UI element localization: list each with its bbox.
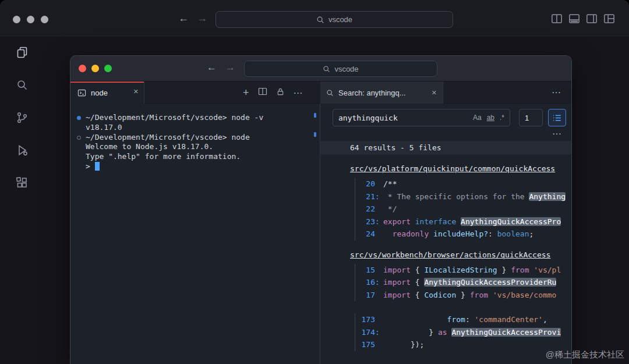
terminal-text: > bbox=[86, 162, 95, 171]
code-text: import { ILocalizedString } from 'vs/pl bbox=[383, 264, 571, 277]
result-file-path[interactable]: src/vs/workbench/browser/actions/quickAc… bbox=[350, 250, 571, 259]
terminal-text: ~/Development/Microsoft/vscode> node bbox=[86, 133, 250, 142]
sidebar-item-explorer[interactable] bbox=[0, 36, 44, 69]
new-terminal-icon[interactable]: + bbox=[243, 87, 249, 98]
terminal-text: Type ".help" for more information. bbox=[86, 152, 241, 161]
result-line[interactable]: 15import { ILocalizedString } from 'vs/p… bbox=[355, 264, 571, 277]
command-center-search[interactable]: vscode bbox=[244, 61, 437, 77]
line-number: 174 bbox=[355, 326, 375, 339]
result-line[interactable]: 16:import { AnythingQuickAccessProviderR… bbox=[355, 276, 571, 289]
layout-controls bbox=[551, 13, 615, 24]
toggle-secondary-sidebar-icon[interactable] bbox=[586, 13, 598, 24]
search-icon bbox=[15, 78, 29, 92]
result-line[interactable]: 174: } as AnythingQuickAccessProvi bbox=[355, 326, 571, 339]
line-number: 15 bbox=[355, 264, 375, 277]
tab-terminal-node[interactable]: node ✕ bbox=[70, 82, 144, 104]
toggle-panel-icon[interactable] bbox=[568, 13, 580, 24]
line-number-separator: : bbox=[375, 326, 383, 339]
files-to-include-input[interactable]: 1 bbox=[519, 109, 543, 126]
tab-bar: node ✕ + ⋯ Search: anythingq... ✕ ⋯ bbox=[70, 82, 571, 104]
tab-search-editor[interactable]: Search: anythingq... ✕ bbox=[320, 82, 443, 104]
result-line[interactable]: 17import { Codicon } from 'vs/base/commo bbox=[355, 289, 571, 302]
result-file-group: src/vs/platform/quickinput/common/quickA… bbox=[320, 164, 571, 241]
close-window-button[interactable] bbox=[13, 16, 20, 23]
line-number: 22 bbox=[355, 203, 375, 215]
command-center-search[interactable]: vscode bbox=[215, 11, 453, 28]
match-case-icon[interactable]: Aa bbox=[473, 114, 482, 122]
lock-icon[interactable] bbox=[276, 87, 285, 98]
command-center-label: vscode bbox=[334, 65, 358, 73]
result-line[interactable]: 21: * The specific options for the Anyth… bbox=[355, 190, 571, 203]
terminal-cursor bbox=[95, 162, 100, 171]
line-number-separator bbox=[375, 338, 383, 351]
code-text: import { AnythingQuickAccessProviderRu bbox=[383, 276, 571, 289]
search-query-input[interactable]: anythingquick Aa ab .* bbox=[333, 109, 510, 126]
search-icon bbox=[323, 65, 330, 73]
open-results-in-editor-button[interactable] bbox=[548, 109, 566, 126]
watermark: @稀土掘金技术社区 bbox=[546, 349, 624, 361]
vscode-floating-window: ← → vscode node ✕ + ⋯ Search: an bbox=[70, 55, 572, 364]
line-number-separator: : bbox=[375, 190, 383, 203]
line-number-separator bbox=[375, 178, 383, 190]
outer-titlebar: ← → vscode bbox=[0, 0, 629, 36]
terminal-line: ~/Development/Microsoft/vscode> node -v bbox=[70, 113, 320, 123]
command-decoration-icon bbox=[77, 116, 81, 120]
split-terminal-icon[interactable] bbox=[258, 87, 267, 98]
active-tab-indicator bbox=[70, 82, 144, 83]
close-window-button[interactable] bbox=[79, 65, 86, 72]
close-tab-icon[interactable]: ✕ bbox=[432, 89, 437, 97]
line-number: 24 bbox=[355, 228, 375, 241]
result-line[interactable]: 20/** bbox=[355, 178, 571, 190]
explorer-icon bbox=[15, 45, 29, 59]
sidebar-item-search[interactable] bbox=[0, 69, 44, 101]
more-actions-icon[interactable]: ⋯ bbox=[294, 87, 303, 98]
close-tab-icon[interactable]: ✕ bbox=[133, 88, 139, 96]
line-number: 17 bbox=[355, 289, 375, 302]
result-code-block: 15import { ILocalizedString } from 'vs/p… bbox=[355, 264, 571, 302]
result-line[interactable]: 24 readonly includeHelp?: boolean; bbox=[355, 228, 571, 241]
toggle-search-details-icon[interactable]: ⋯ bbox=[552, 128, 562, 139]
forward-button[interactable]: → bbox=[197, 12, 207, 24]
zoom-window-button[interactable] bbox=[104, 65, 112, 72]
search-icon bbox=[316, 16, 324, 24]
customize-layout-icon[interactable] bbox=[603, 13, 615, 24]
sidebar-item-source-control[interactable] bbox=[0, 101, 44, 134]
terminal-icon bbox=[77, 89, 86, 97]
back-button[interactable]: ← bbox=[207, 62, 217, 73]
line-number-separator bbox=[375, 264, 383, 277]
terminal-panel[interactable]: ~/Development/Microsoft/vscode> node -vv… bbox=[70, 104, 320, 364]
whole-word-icon[interactable]: ab bbox=[487, 114, 494, 122]
zoom-window-button[interactable] bbox=[41, 16, 48, 23]
minimize-window-button[interactable] bbox=[27, 16, 34, 23]
code-text: import { Codicon } from 'vs/base/commo bbox=[383, 289, 571, 302]
result-line[interactable]: 23:export interface AnythingQuickAccessP… bbox=[355, 215, 571, 228]
terminal-scroll-decoration bbox=[314, 113, 316, 118]
minimize-window-button[interactable] bbox=[91, 65, 99, 72]
terminal-line: ~/Development/Microsoft/vscode> node bbox=[70, 133, 320, 143]
line-number: 173 bbox=[355, 313, 375, 326]
forward-button[interactable]: → bbox=[225, 62, 235, 73]
result-line[interactable]: 22 */ bbox=[355, 203, 571, 215]
split-editor-icon[interactable] bbox=[551, 13, 563, 24]
source-control-icon bbox=[15, 111, 29, 125]
line-number: 16 bbox=[355, 276, 375, 289]
result-file-path[interactable]: src/vs/platform/quickinput/common/quickA… bbox=[350, 164, 571, 173]
window-controls bbox=[13, 16, 48, 23]
result-line[interactable]: 173 from: 'commandCenter', bbox=[355, 313, 571, 326]
command-center-label: vscode bbox=[328, 15, 352, 24]
line-number: 175 bbox=[355, 338, 375, 351]
sidebar-item-extensions[interactable] bbox=[0, 167, 44, 199]
terminal-line: v18.17.0 bbox=[70, 123, 320, 133]
regex-icon[interactable]: .* bbox=[500, 114, 504, 122]
back-button[interactable]: ← bbox=[178, 12, 189, 24]
result-line[interactable]: 175 }); bbox=[355, 338, 571, 351]
terminal-text: v18.17.0 bbox=[86, 123, 122, 132]
desktop-window: ← → vscode bbox=[0, 0, 629, 364]
floating-window-titlebar: ← → vscode bbox=[70, 56, 571, 82]
code-text: * The specific options for the Anything bbox=[383, 190, 571, 203]
line-number-separator: : bbox=[375, 276, 383, 289]
editor-more-actions-icon[interactable]: ⋯ bbox=[552, 87, 561, 98]
code-text: export interface AnythingQuickAccessPro bbox=[383, 215, 571, 228]
sidebar-item-run-debug[interactable] bbox=[0, 134, 44, 167]
terminal-output: ~/Development/Microsoft/vscode> node -vv… bbox=[70, 113, 320, 172]
